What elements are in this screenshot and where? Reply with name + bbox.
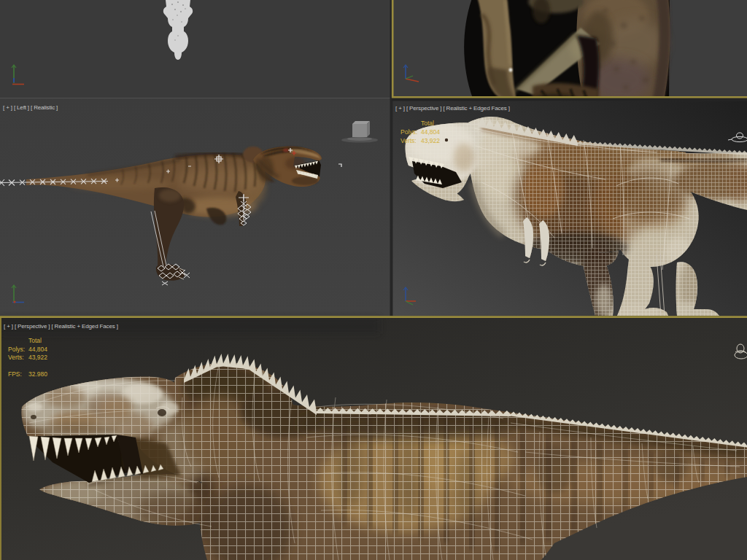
svg-text:Polys:: Polys: xyxy=(8,346,25,353)
svg-text:FPS:: FPS: xyxy=(8,370,22,378)
svg-text:43,922: 43,922 xyxy=(421,137,440,144)
svg-text:Polys:: Polys: xyxy=(400,128,417,136)
svg-text:Verts:: Verts: xyxy=(400,137,417,144)
svg-text:Total: Total xyxy=(421,120,434,127)
svg-text:Verts:: Verts: xyxy=(8,354,24,361)
svg-text:43,922: 43,922 xyxy=(28,354,47,361)
svg-text:[ + ] [ Perspective ] [ Realis: [ + ] [ Perspective ] [ Realistic + Edge… xyxy=(395,105,510,112)
svg-text:44,804: 44,804 xyxy=(421,128,440,136)
svg-text:[ + ] [ Left ] [ Realistic ]: [ + ] [ Left ] [ Realistic ] xyxy=(3,104,58,111)
svg-text:32.980: 32.980 xyxy=(28,370,47,378)
svg-text:44,804: 44,804 xyxy=(28,346,47,353)
svg-text:Total: Total xyxy=(28,337,42,344)
svg-text:[ + ] [ Perspective ] [ Realis: [ + ] [ Perspective ] [ Realistic + Edge… xyxy=(4,323,118,330)
